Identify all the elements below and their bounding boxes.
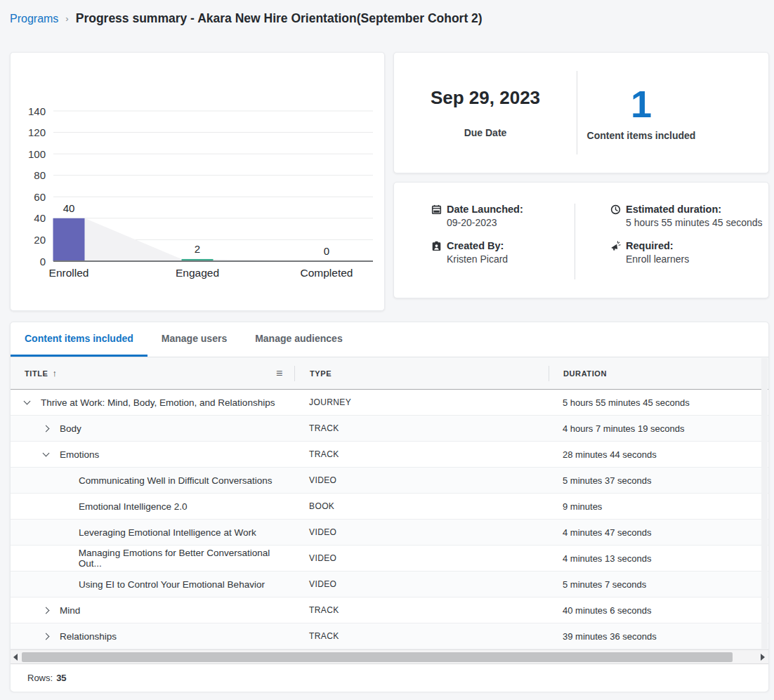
detail-value: Enroll learners bbox=[626, 253, 763, 265]
title-column-label: TITLE bbox=[25, 369, 48, 378]
svg-text:Enrolled: Enrolled bbox=[49, 267, 89, 279]
row-duration: 4 minutes 13 seconds bbox=[549, 546, 768, 571]
vertical-scrollbar[interactable] bbox=[761, 358, 768, 649]
type-column-header[interactable]: TYPE bbox=[294, 366, 549, 381]
row-type: TRACK bbox=[294, 597, 549, 623]
row-duration: 5 hours 55 minutes 45 seconds bbox=[549, 390, 768, 415]
row-title: Using EI to Control Your Emotional Behav… bbox=[79, 579, 265, 590]
table-row[interactable]: Managing Emotions for Better Conversatio… bbox=[11, 546, 768, 572]
table-footer: Rows: 35 bbox=[11, 664, 768, 692]
scroll-left-icon[interactable] bbox=[13, 654, 18, 661]
row-type: TRACK bbox=[294, 623, 549, 649]
progress-summary-page: Programs › Progress summary - Akara New … bbox=[0, 0, 774, 700]
chevron-right-icon[interactable] bbox=[43, 633, 50, 640]
chevron-right-icon[interactable] bbox=[43, 607, 50, 614]
svg-text:140: 140 bbox=[28, 105, 46, 117]
tab-bar: Content items includedManage usersManage… bbox=[11, 322, 768, 357]
row-duration: 28 minutes 44 seconds bbox=[549, 442, 768, 467]
content-count-label: Content items included bbox=[587, 130, 696, 141]
svg-text:40: 40 bbox=[63, 202, 75, 214]
table-row[interactable]: Communicating Well in Difficult Conversa… bbox=[11, 468, 768, 494]
horizontal-scrollbar-thumb[interactable] bbox=[22, 652, 733, 662]
svg-text:40: 40 bbox=[34, 212, 46, 224]
row-title: Leveraging Emotional Intelligence at Wor… bbox=[79, 527, 256, 538]
program-details-card: Date Launched:09-20-2023Created By:Krist… bbox=[393, 182, 769, 298]
detail-label: Date Launched: bbox=[447, 204, 523, 215]
table-row[interactable]: Emotional Intelligence 2.0BOOK9 minutes bbox=[11, 494, 768, 520]
table-row[interactable]: Using EI to Control Your Emotional Behav… bbox=[11, 572, 768, 597]
table-row[interactable]: Leveraging Emotional Intelligence at Wor… bbox=[11, 520, 768, 546]
svg-text:0: 0 bbox=[40, 256, 46, 268]
row-duration: 40 minutes 6 seconds bbox=[549, 597, 768, 623]
tab-manage-users[interactable]: Manage users bbox=[147, 322, 241, 357]
megaphone-icon bbox=[610, 241, 621, 251]
table-row[interactable]: EmotionsTRACK28 minutes 44 seconds bbox=[11, 442, 768, 468]
table-row[interactable]: RelationshipsTRACK39 minutes 36 seconds bbox=[11, 623, 768, 649]
scroll-right-icon[interactable] bbox=[761, 654, 765, 661]
row-duration: 4 hours 7 minutes 19 seconds bbox=[549, 416, 768, 441]
chevron-right-icon[interactable] bbox=[43, 425, 50, 432]
page-title: Progress summary - Akara New Hire Orient… bbox=[76, 11, 483, 26]
svg-text:100: 100 bbox=[28, 148, 46, 160]
content-count-value: 1 bbox=[631, 85, 652, 123]
rows-label: Rows: bbox=[27, 673, 53, 683]
due-date-label: Due Date bbox=[464, 127, 507, 138]
badge-icon bbox=[431, 241, 442, 251]
horizontal-scrollbar[interactable] bbox=[11, 649, 768, 664]
details-col-left: Date Launched:09-20-2023Created By:Krist… bbox=[431, 204, 523, 265]
card-divider bbox=[575, 204, 575, 279]
detail-value: 09-20-2023 bbox=[447, 217, 523, 228]
row-type: JOURNEY bbox=[294, 390, 549, 415]
row-title: Mind bbox=[60, 605, 80, 616]
detail-label: Estimated duration: bbox=[626, 204, 721, 215]
table-rows: Thrive at Work: Mind, Body, Emotion, and… bbox=[11, 390, 768, 649]
svg-text:120: 120 bbox=[28, 126, 46, 138]
row-type: BOOK bbox=[294, 494, 549, 519]
row-title: Communicating Well in Difficult Conversa… bbox=[79, 475, 273, 486]
row-type: VIDEO bbox=[294, 468, 549, 493]
chevron-down-icon[interactable] bbox=[43, 449, 50, 456]
row-type: VIDEO bbox=[294, 572, 549, 597]
due-date-value: Sep 29, 2023 bbox=[431, 87, 540, 109]
calendar-icon bbox=[431, 204, 442, 215]
svg-text:60: 60 bbox=[34, 191, 46, 203]
tab-content-items-included[interactable]: Content items included bbox=[11, 322, 147, 357]
svg-text:20: 20 bbox=[34, 234, 46, 246]
details-col-right: Estimated duration:5 hours 55 minutes 45… bbox=[610, 204, 763, 265]
row-type: TRACK bbox=[294, 416, 549, 441]
tab-manage-audiences[interactable]: Manage audiences bbox=[241, 322, 357, 357]
progress-funnel-card: 0204060801001201404020EnrolledEngagedCom… bbox=[10, 52, 385, 311]
row-title: Emotional Intelligence 2.0 bbox=[79, 501, 188, 512]
detail-item: Date Launched:09-20-2023 bbox=[431, 204, 523, 228]
svg-text:Engaged: Engaged bbox=[176, 267, 219, 279]
row-duration: 39 minutes 36 seconds bbox=[549, 623, 768, 649]
svg-text:0: 0 bbox=[324, 245, 329, 257]
row-title: Emotions bbox=[60, 449, 99, 460]
row-title: Body bbox=[60, 423, 81, 434]
row-title: Relationships bbox=[60, 631, 117, 642]
detail-item: Required:Enroll learners bbox=[610, 240, 763, 265]
column-menu-icon[interactable]: ≡ bbox=[276, 367, 283, 380]
row-title: Managing Emotions for Better Conversatio… bbox=[79, 548, 294, 569]
row-duration: 4 minutes 47 seconds bbox=[549, 520, 768, 545]
table-row[interactable]: Thrive at Work: Mind, Body, Emotion, and… bbox=[11, 390, 768, 416]
detail-value: Kristen Picard bbox=[447, 253, 523, 265]
duration-column-header[interactable]: DURATION bbox=[549, 366, 768, 381]
content-table-card: Content items includedManage usersManage… bbox=[10, 322, 769, 692]
detail-value: 5 hours 55 minutes 45 seconds bbox=[626, 217, 763, 228]
content-count-section: 1 Content items included bbox=[577, 53, 768, 173]
table-row[interactable]: MindTRACK40 minutes 6 seconds bbox=[11, 597, 768, 623]
svg-text:2: 2 bbox=[195, 243, 200, 255]
detail-label: Required: bbox=[626, 240, 674, 251]
row-duration: 9 minutes bbox=[549, 494, 768, 519]
title-column-header[interactable]: TITLE ↑ ≡ bbox=[11, 368, 294, 378]
svg-text:Completed: Completed bbox=[301, 267, 353, 279]
clock-icon bbox=[610, 204, 621, 215]
row-type: VIDEO bbox=[294, 520, 549, 545]
due-date-card: Sep 29, 2023 Due Date 1 Content items in… bbox=[393, 52, 769, 173]
row-type: TRACK bbox=[294, 442, 549, 467]
breadcrumb-programs-link[interactable]: Programs bbox=[10, 13, 58, 25]
table-row[interactable]: BodyTRACK4 hours 7 minutes 19 seconds bbox=[11, 416, 768, 442]
chevron-down-icon[interactable] bbox=[24, 397, 31, 404]
row-duration: 5 minutes 37 seconds bbox=[549, 468, 768, 493]
